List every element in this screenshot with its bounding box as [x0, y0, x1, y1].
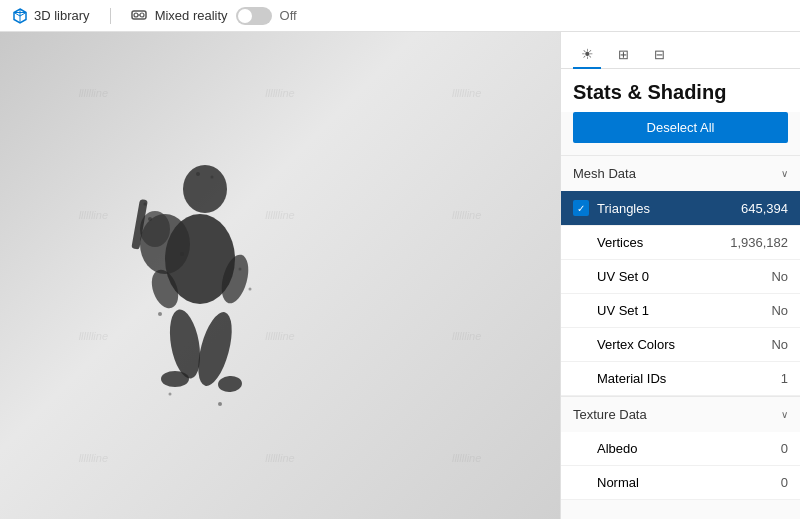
- tab-stats-grid[interactable]: ⊞: [609, 40, 637, 68]
- list-icon: ⊟: [654, 47, 665, 62]
- checkbox-icon[interactable]: ✓: [573, 200, 589, 216]
- library-label: 3D library: [34, 8, 90, 23]
- material-ids-row[interactable]: Material IDs 1: [561, 362, 800, 396]
- texture-data-section-header[interactable]: Texture Data ∨: [561, 396, 800, 432]
- normal-row-left: Normal: [573, 475, 639, 490]
- svg-point-20: [218, 402, 222, 406]
- vertex-colors-label: Vertex Colors: [597, 337, 675, 352]
- normal-value: 0: [781, 475, 788, 490]
- uvset0-row[interactable]: UV Set 0 No: [561, 260, 800, 294]
- albedo-label: Albedo: [597, 441, 637, 456]
- tab-stats-list[interactable]: ⊟: [645, 40, 673, 68]
- triangles-row[interactable]: ✓ Triangles 645,394: [561, 191, 800, 226]
- svg-point-15: [211, 176, 214, 179]
- 3d-library-button[interactable]: 3D library: [12, 8, 90, 24]
- uvset1-row-left: UV Set 1: [573, 303, 649, 318]
- triangles-row-left: ✓ Triangles: [573, 200, 650, 216]
- svg-point-17: [239, 268, 242, 271]
- tab-shading[interactable]: ☀: [573, 40, 601, 68]
- material-ids-label: Material IDs: [597, 371, 666, 386]
- mixed-reality-label: Mixed reality: [155, 8, 228, 23]
- mesh-data-section-header[interactable]: Mesh Data ∨: [561, 155, 800, 191]
- svg-point-18: [148, 217, 152, 221]
- svg-point-19: [144, 203, 147, 206]
- svg-point-2: [140, 13, 144, 17]
- vertices-label: Vertices: [597, 235, 643, 250]
- material-ids-row-left: Material IDs: [573, 371, 666, 386]
- uvset1-label: UV Set 1: [597, 303, 649, 318]
- triangles-label: Triangles: [597, 201, 650, 216]
- texture-chevron-down-icon: ∨: [781, 409, 788, 420]
- uvset1-row[interactable]: UV Set 1 No: [561, 294, 800, 328]
- vertex-colors-row-left: Vertex Colors: [573, 337, 675, 352]
- svg-point-13: [217, 375, 242, 393]
- svg-point-1: [134, 13, 138, 17]
- deselect-all-button[interactable]: Deselect All: [573, 112, 788, 143]
- svg-point-14: [196, 172, 200, 176]
- stats-panel: ☀ ⊞ ⊟ Stats & Shading Deselect All Mesh …: [560, 32, 800, 519]
- uvset0-label: UV Set 0: [597, 269, 649, 284]
- top-bar: 3D library Mixed reality Off: [0, 0, 800, 32]
- vertices-row-left: Vertices: [573, 235, 643, 250]
- uvset0-value: No: [771, 269, 788, 284]
- material-ids-value: 1: [781, 371, 788, 386]
- mr-icon: [131, 6, 147, 25]
- svg-point-3: [183, 165, 227, 213]
- albedo-row-left: Albedo: [573, 441, 637, 456]
- vertex-colors-value: No: [771, 337, 788, 352]
- chevron-down-icon: ∨: [781, 168, 788, 179]
- svg-point-23: [158, 312, 162, 316]
- main-content: llllllinellllllinelllllline llllllinelll…: [0, 32, 800, 519]
- vertices-row[interactable]: Vertices 1,936,182: [561, 226, 800, 260]
- watermark-row-4: llllllinellllllinelllllline: [0, 452, 560, 464]
- mesh-data-label: Mesh Data: [573, 166, 636, 181]
- panel-tabs: ☀ ⊞ ⊟: [561, 32, 800, 69]
- panel-title: Stats & Shading: [561, 69, 800, 112]
- svg-point-22: [249, 288, 252, 291]
- uvset1-value: No: [771, 303, 788, 318]
- uvset0-row-left: UV Set 0: [573, 269, 649, 284]
- texture-data-label: Texture Data: [573, 407, 647, 422]
- sun-icon: ☀: [581, 46, 594, 62]
- normal-label: Normal: [597, 475, 639, 490]
- svg-point-12: [161, 371, 189, 387]
- divider: [110, 8, 111, 24]
- vertices-value: 1,936,182: [730, 235, 788, 250]
- albedo-value: 0: [781, 441, 788, 456]
- character-model: [110, 159, 290, 439]
- mixed-reality-toggle[interactable]: [236, 7, 272, 25]
- 3d-viewport[interactable]: llllllinellllllinelllllline llllllinelll…: [0, 32, 560, 519]
- svg-point-21: [169, 393, 172, 396]
- watermark-row-1: llllllinellllllinelllllline: [0, 87, 560, 99]
- normal-row[interactable]: Normal 0: [561, 466, 800, 500]
- vertex-colors-row[interactable]: Vertex Colors No: [561, 328, 800, 362]
- albedo-row[interactable]: Albedo 0: [561, 432, 800, 466]
- mixed-reality-controls: Mixed reality Off: [131, 6, 297, 25]
- grid-icon: ⊞: [618, 47, 629, 62]
- toggle-off-label: Off: [280, 8, 297, 23]
- svg-point-16: [180, 252, 184, 256]
- cube-icon: [12, 8, 28, 24]
- triangles-value: 645,394: [741, 201, 788, 216]
